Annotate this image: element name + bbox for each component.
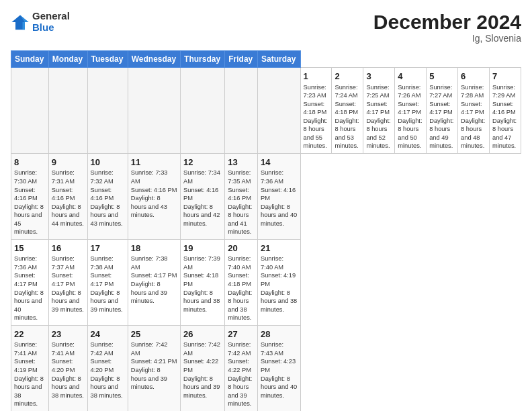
calendar-cell	[11, 68, 49, 154]
calendar-cell: 14Sunrise: 7:36 AMSunset: 4:16 PMDayligh…	[257, 153, 300, 239]
calendar-cell: 22Sunrise: 7:41 AMSunset: 4:19 PMDayligh…	[11, 325, 49, 411]
calendar-cell: 15Sunrise: 7:36 AMSunset: 4:17 PMDayligh…	[11, 239, 49, 325]
day-info: Sunrise: 7:28 AMSunset: 4:17 PMDaylight:…	[461, 83, 486, 150]
day-number: 9	[52, 156, 85, 169]
calendar-week-1: 1Sunrise: 7:23 AMSunset: 4:18 PMDaylight…	[11, 68, 521, 154]
day-number: 13	[228, 156, 255, 169]
day-info: Sunrise: 7:40 AMSunset: 4:18 PMDaylight:…	[228, 255, 255, 322]
day-info: Sunrise: 7:42 AMSunset: 4:21 PMDaylight:…	[131, 340, 177, 391]
calendar-cell: 13Sunrise: 7:35 AMSunset: 4:16 PMDayligh…	[225, 153, 258, 239]
logo-blue: Blue	[32, 22, 70, 34]
calendar-cell: 16Sunrise: 7:37 AMSunset: 4:17 PMDayligh…	[48, 239, 87, 325]
day-number: 24	[91, 328, 125, 340]
calendar-cell: 23Sunrise: 7:41 AMSunset: 4:20 PMDayligh…	[48, 325, 87, 411]
calendar-cell: 3Sunrise: 7:25 AMSunset: 4:17 PMDaylight…	[363, 68, 395, 154]
day-info: Sunrise: 7:27 AMSunset: 4:17 PMDaylight:…	[429, 83, 455, 150]
main-title: December 2024	[373, 11, 521, 33]
day-info: Sunrise: 7:42 AMSunset: 4:22 PMDaylight:…	[183, 340, 222, 400]
day-info: Sunrise: 7:39 AMSunset: 4:18 PMDaylight:…	[183, 255, 222, 314]
day-info: Sunrise: 7:42 AMSunset: 4:20 PMDaylight:…	[91, 340, 125, 400]
day-number: 8	[14, 156, 46, 169]
calendar-cell: 19Sunrise: 7:39 AMSunset: 4:18 PMDayligh…	[181, 239, 225, 325]
day-number: 16	[52, 242, 85, 255]
calendar-cell	[225, 68, 258, 154]
day-number: 3	[366, 71, 392, 83]
calendar-table: Sunday Monday Tuesday Wednesday Thursday…	[11, 50, 521, 411]
calendar-cell: 5Sunrise: 7:27 AMSunset: 4:17 PMDaylight…	[427, 68, 458, 154]
calendar-cell: 21Sunrise: 7:40 AMSunset: 4:19 PMDayligh…	[257, 239, 300, 325]
calendar-cell: 25Sunrise: 7:42 AMSunset: 4:21 PMDayligh…	[128, 325, 180, 411]
logo-general: General	[32, 11, 70, 22]
day-number: 10	[91, 156, 125, 169]
col-sunday: Sunday	[11, 51, 49, 68]
logo: General Blue	[11, 11, 70, 33]
day-info: Sunrise: 7:35 AMSunset: 4:16 PMDaylight:…	[228, 169, 255, 236]
logo-icon	[11, 13, 30, 32]
calendar-cell: 26Sunrise: 7:42 AMSunset: 4:22 PMDayligh…	[181, 325, 225, 411]
day-info: Sunrise: 7:30 AMSunset: 4:16 PMDaylight:…	[14, 169, 46, 236]
day-info: Sunrise: 7:29 AMSunset: 4:16 PMDaylight:…	[492, 83, 518, 150]
day-number: 1	[304, 71, 329, 83]
col-saturday: Saturday	[257, 51, 300, 68]
calendar-cell: 28Sunrise: 7:43 AMSunset: 4:23 PMDayligh…	[257, 325, 300, 411]
calendar-cell: 24Sunrise: 7:42 AMSunset: 4:20 PMDayligh…	[87, 325, 128, 411]
day-info: Sunrise: 7:42 AMSunset: 4:22 PMDaylight:…	[228, 340, 255, 408]
day-number: 20	[228, 242, 255, 255]
day-number: 23	[52, 328, 85, 340]
calendar-cell: 4Sunrise: 7:26 AMSunset: 4:17 PMDaylight…	[395, 68, 427, 154]
calendar-cell: 27Sunrise: 7:42 AMSunset: 4:22 PMDayligh…	[225, 325, 258, 411]
calendar-cell: 20Sunrise: 7:40 AMSunset: 4:18 PMDayligh…	[225, 239, 258, 325]
header: General Blue December 2024 Ig, Slovenia	[11, 11, 521, 44]
day-info: Sunrise: 7:37 AMSunset: 4:17 PMDaylight:…	[52, 255, 85, 314]
calendar-cell: 7Sunrise: 7:29 AMSunset: 4:16 PMDaylight…	[490, 68, 521, 154]
day-number: 7	[492, 71, 518, 83]
day-number: 25	[131, 328, 177, 340]
day-number: 5	[429, 71, 455, 83]
day-number: 18	[131, 242, 177, 255]
day-info: Sunrise: 7:33 AMSunset: 4:16 PMDaylight:…	[131, 169, 177, 219]
day-number: 6	[461, 71, 486, 83]
calendar-week-4: 22Sunrise: 7:41 AMSunset: 4:19 PMDayligh…	[11, 325, 521, 411]
day-info: Sunrise: 7:43 AMSunset: 4:23 PMDaylight:…	[261, 340, 298, 400]
day-number: 12	[183, 156, 222, 169]
calendar-cell: 2Sunrise: 7:24 AMSunset: 4:18 PMDaylight…	[332, 68, 363, 154]
calendar-cell	[87, 68, 128, 154]
logo-text: General Blue	[32, 11, 70, 33]
subtitle: Ig, Slovenia	[373, 33, 521, 44]
day-info: Sunrise: 7:36 AMSunset: 4:17 PMDaylight:…	[14, 255, 46, 322]
day-info: Sunrise: 7:40 AMSunset: 4:19 PMDaylight:…	[261, 255, 298, 314]
calendar-week-3: 15Sunrise: 7:36 AMSunset: 4:17 PMDayligh…	[11, 239, 521, 325]
calendar-header-row: Sunday Monday Tuesday Wednesday Thursday…	[11, 51, 521, 68]
calendar-cell: 17Sunrise: 7:38 AMSunset: 4:17 PMDayligh…	[87, 239, 128, 325]
day-number: 19	[183, 242, 222, 255]
day-number: 22	[14, 328, 46, 340]
calendar-cell: 9Sunrise: 7:31 AMSunset: 4:16 PMDaylight…	[48, 153, 87, 239]
day-info: Sunrise: 7:38 AMSunset: 4:17 PMDaylight:…	[131, 255, 177, 305]
day-info: Sunrise: 7:41 AMSunset: 4:20 PMDaylight:…	[52, 340, 85, 400]
day-number: 27	[228, 328, 255, 340]
day-info: Sunrise: 7:41 AMSunset: 4:19 PMDaylight:…	[14, 340, 46, 408]
col-thursday: Thursday	[181, 51, 225, 68]
day-info: Sunrise: 7:23 AMSunset: 4:18 PMDaylight:…	[304, 83, 329, 150]
day-number: 4	[398, 71, 423, 83]
day-info: Sunrise: 7:36 AMSunset: 4:16 PMDaylight:…	[261, 169, 298, 228]
calendar-cell: 11Sunrise: 7:33 AMSunset: 4:16 PMDayligh…	[128, 153, 180, 239]
day-number: 21	[261, 242, 298, 255]
day-info: Sunrise: 7:31 AMSunset: 4:16 PMDaylight:…	[52, 169, 85, 228]
day-number: 14	[261, 156, 298, 169]
calendar-cell: 18Sunrise: 7:38 AMSunset: 4:17 PMDayligh…	[128, 239, 180, 325]
col-tuesday: Tuesday	[87, 51, 128, 68]
day-info: Sunrise: 7:34 AMSunset: 4:16 PMDaylight:…	[183, 169, 222, 228]
day-info: Sunrise: 7:32 AMSunset: 4:16 PMDaylight:…	[91, 169, 125, 228]
calendar-cell: 10Sunrise: 7:32 AMSunset: 4:16 PMDayligh…	[87, 153, 128, 239]
day-number: 2	[335, 71, 360, 83]
day-info: Sunrise: 7:26 AMSunset: 4:17 PMDaylight:…	[398, 83, 423, 150]
calendar-cell	[257, 68, 300, 154]
col-monday: Monday	[48, 51, 87, 68]
day-info: Sunrise: 7:25 AMSunset: 4:17 PMDaylight:…	[366, 83, 392, 150]
day-number: 11	[131, 156, 177, 169]
calendar-cell: 1Sunrise: 7:23 AMSunset: 4:18 PMDaylight…	[300, 68, 332, 154]
calendar-cell	[48, 68, 87, 154]
calendar-cell	[181, 68, 225, 154]
calendar-cell	[128, 68, 180, 154]
